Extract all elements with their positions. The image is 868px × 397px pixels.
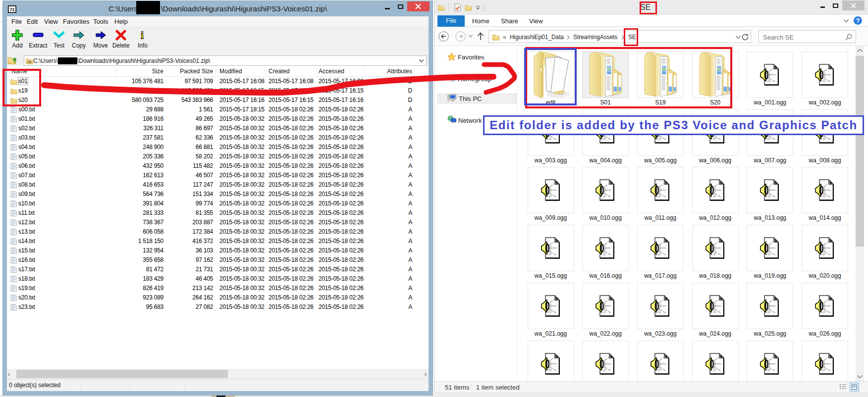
svg-text:i: i [141, 30, 144, 41]
svg-text:zip: zip [27, 60, 32, 64]
